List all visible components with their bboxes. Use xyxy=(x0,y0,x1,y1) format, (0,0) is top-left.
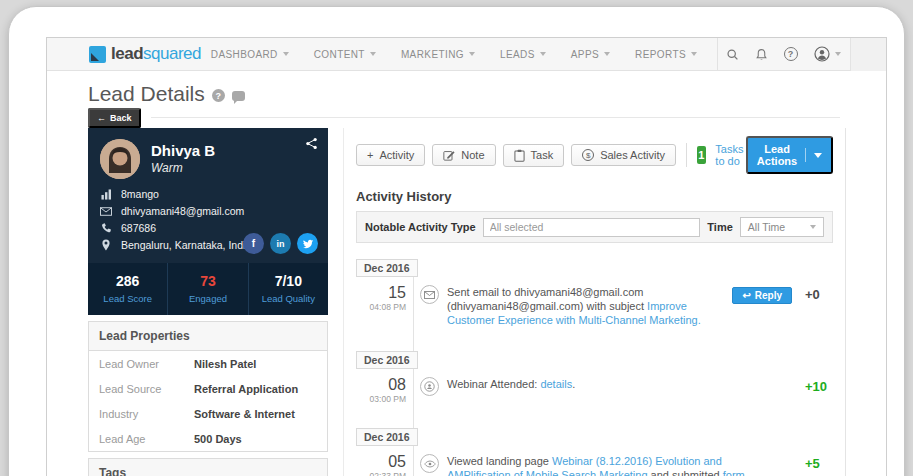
entry-time: 02:33 PM xyxy=(356,471,406,476)
help-icon[interactable]: ? xyxy=(776,38,805,71)
main-menu: DASHBOARD CONTENT MARKETING LEADS APPS R… xyxy=(211,49,697,60)
note-pencil-icon xyxy=(443,149,455,161)
top-navbar: leadsquared DASHBOARD CONTENT MARKETING … xyxy=(47,38,886,71)
stat-lead-quality: 7/10 Lead Quality xyxy=(248,263,328,315)
sales-activity-button[interactable]: $ Sales Activity xyxy=(571,144,676,166)
tags-panel: Tags Mobile Marketing× Social Media Mark… xyxy=(88,458,328,476)
linkedin-icon[interactable]: in xyxy=(270,233,291,254)
reply-button[interactable]: ↩ Reply xyxy=(732,287,792,304)
chevron-down-icon xyxy=(814,153,822,158)
lead-actions-button[interactable]: Lead Actions xyxy=(746,136,833,174)
property-row: Lead Source Referral Application xyxy=(89,376,327,401)
webinar-details-link[interactable]: details xyxy=(540,378,572,390)
lead-actions-label: Lead Actions xyxy=(757,143,798,167)
lead-email[interactable]: dhivyamani48@gmail.com xyxy=(121,205,244,217)
notifications-bell-icon[interactable] xyxy=(747,38,776,71)
back-button[interactable]: ← Back xyxy=(88,108,141,128)
lead-email-row: dhivyamani48@gmail.com xyxy=(100,205,316,217)
property-row: Lead Owner Nilesh Patel xyxy=(89,351,327,376)
chevron-down-icon xyxy=(370,52,376,56)
company-icon xyxy=(100,189,112,200)
email-sent-icon xyxy=(420,285,439,304)
nav-item-apps[interactable]: APPS xyxy=(571,49,610,60)
user-account-menu[interactable] xyxy=(805,38,850,71)
title-help-icon[interactable]: ? xyxy=(212,89,225,102)
lead-quality-value: 7/10 xyxy=(249,273,328,289)
user-avatar-icon xyxy=(814,46,830,62)
browser-window: leadsquared DASHBOARD CONTENT MARKETING … xyxy=(8,6,905,476)
entry-day: 15 xyxy=(356,285,406,300)
lead-score-label: Lead Score xyxy=(88,293,167,304)
phone-icon xyxy=(100,223,112,234)
title-comment-icon[interactable] xyxy=(232,91,245,101)
lead-company-row: 8mango xyxy=(100,188,316,200)
property-value: Nilesh Patel xyxy=(194,358,256,370)
add-activity-label: Activity xyxy=(379,149,414,161)
add-task-label: Task xyxy=(531,149,554,161)
lead-company: 8mango xyxy=(121,188,159,200)
property-value: Referral Application xyxy=(194,383,298,395)
lead-properties-panel: Lead Properties Lead Owner Nilesh Patel … xyxy=(88,321,328,452)
dollar-icon: $ xyxy=(582,149,594,161)
nav-item-label: MARKETING xyxy=(401,49,464,60)
tasks-to-do-link[interactable]: Tasks to do xyxy=(715,143,745,167)
facebook-icon[interactable]: f xyxy=(243,233,264,254)
page-viewed-icon xyxy=(420,454,439,473)
question-glyph: ? xyxy=(784,47,798,61)
lead-phone[interactable]: 687686 xyxy=(121,222,156,234)
search-icon[interactable] xyxy=(718,38,747,71)
tasks-count-badge: 1 xyxy=(697,146,707,164)
add-task-button[interactable]: Task xyxy=(503,144,565,167)
nav-item-dashboard[interactable]: DASHBOARD xyxy=(211,49,289,60)
activity-panel: + Activity Note Task $ Sales Activity 1 xyxy=(343,128,846,476)
nav-item-label: APPS xyxy=(571,49,599,60)
activity-entry-landing-page-viewed: 05 02:33 PM Viewed landing page Webinar … xyxy=(356,454,833,476)
navbar-tail-segment xyxy=(850,38,886,71)
leadsquared-logo[interactable]: leadsquared xyxy=(89,44,201,64)
share-icon[interactable] xyxy=(305,137,318,150)
email-icon xyxy=(100,207,112,216)
lead-stats-bar: 286 Lead Score 73 Engaged 7/10 Lead Qual… xyxy=(88,263,328,315)
nav-item-content[interactable]: CONTENT xyxy=(314,49,376,60)
add-activity-button[interactable]: + Activity xyxy=(356,144,425,166)
task-clipboard-icon xyxy=(514,149,525,162)
reply-label: Reply xyxy=(755,290,782,301)
back-arrow-icon: ← xyxy=(97,113,106,123)
property-label: Lead Age xyxy=(99,433,194,445)
lead-location: Bengaluru, Karnataka, India xyxy=(121,239,251,251)
activity-history-title: Activity History xyxy=(356,189,833,204)
time-select-value: All Time xyxy=(748,221,785,233)
entry-text: Webinar Attended: details. xyxy=(447,377,777,404)
nav-item-leads[interactable]: LEADS xyxy=(500,49,546,60)
timeline-date: Dec 2016 xyxy=(356,351,418,369)
notable-activity-type-label: Notable Activity Type xyxy=(365,221,476,233)
sales-activity-label: Sales Activity xyxy=(600,149,665,161)
property-value: 500 Days xyxy=(194,433,242,445)
activity-entry-webinar-attended: 08 03:00 PM Webinar Attended: details. +… xyxy=(356,377,833,404)
nav-item-marketing[interactable]: MARKETING xyxy=(401,49,475,60)
property-value: Software & Internet xyxy=(194,408,295,420)
lead-properties-title: Lead Properties xyxy=(89,322,327,351)
activity-type-input[interactable] xyxy=(483,218,701,237)
twitter-icon[interactable] xyxy=(297,233,318,254)
back-button-label: Back xyxy=(110,113,132,123)
toolbar-divider xyxy=(686,143,687,167)
lead-avatar xyxy=(100,139,140,179)
nav-item-label: REPORTS xyxy=(635,49,686,60)
reply-arrow-icon: ↩ xyxy=(742,290,750,301)
plus-icon: + xyxy=(367,149,373,161)
activity-entry-email-sent: 15 04:08 PM Sent email to dhivyamani48@g… xyxy=(356,285,833,327)
social-links: f in xyxy=(243,233,318,254)
form-link[interactable]: form xyxy=(723,469,745,476)
nav-item-reports[interactable]: REPORTS xyxy=(635,49,697,60)
chevron-down-icon xyxy=(283,52,289,56)
chevron-down-icon xyxy=(691,52,697,56)
navbar-icon-group: ? xyxy=(717,38,886,71)
entry-text: Sent email to dhivyamani48@gmail.com (dh… xyxy=(447,285,732,327)
title-divider xyxy=(151,117,840,118)
time-select[interactable]: All Time xyxy=(740,217,824,237)
lead-sidebar: Dhivya B Warm 8mango dhivyamani48@gmail.… xyxy=(88,128,328,476)
property-label: Lead Owner xyxy=(99,358,194,370)
add-note-button[interactable]: Note xyxy=(432,144,495,166)
entry-day: 05 xyxy=(356,454,406,469)
